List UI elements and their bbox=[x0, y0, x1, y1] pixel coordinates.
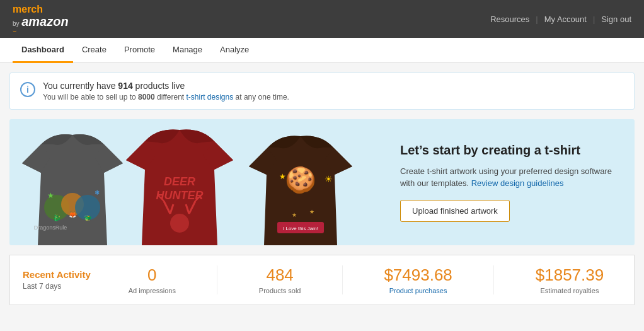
hero-section: 🐉 🦊 🐲 ★ ❄ DragonsRule DEER HUNTER bbox=[9, 119, 635, 245]
stat-divider-2 bbox=[342, 265, 343, 294]
info-main-text: You currently have 914 products live bbox=[43, 81, 289, 91]
svg-text:DEER: DEER bbox=[164, 175, 195, 188]
estimated-royalties-label: Estimated royalties bbox=[536, 287, 604, 294]
estimated-royalties-value: $1857.39 bbox=[536, 265, 604, 285]
svg-point-19 bbox=[170, 214, 189, 233]
svg-text:I Love this Jam!: I Love this Jam! bbox=[283, 226, 318, 231]
stat-products-sold: 484 Products sold bbox=[259, 265, 301, 294]
svg-text:☀: ☀ bbox=[325, 174, 333, 184]
logo-amazon: amazon bbox=[21, 15, 68, 28]
product-count: 914 bbox=[118, 81, 132, 91]
stat-ad-impressions: 0 Ad impressions bbox=[129, 265, 176, 294]
nav-item-dashboard[interactable]: Dashboard bbox=[13, 38, 73, 63]
ad-impressions-label: Ad impressions bbox=[129, 287, 176, 294]
products-sold-label: Products sold bbox=[259, 287, 301, 294]
svg-text:🦊: 🦊 bbox=[69, 211, 77, 219]
logo-merch: merch bbox=[13, 4, 69, 15]
hero-desc: Create t-shirt artwork using your prefer… bbox=[400, 165, 616, 190]
logo: merch by amazon ⌣ bbox=[13, 4, 69, 35]
logo-by: by bbox=[13, 20, 20, 27]
divider1: | bbox=[536, 15, 538, 24]
svg-text:🐉: 🐉 bbox=[53, 214, 61, 222]
hero-cta: Let’s start by creating a t-shirt Create… bbox=[381, 119, 635, 245]
signout-link[interactable]: Sign out bbox=[601, 15, 631, 24]
activity-title: Recent Activity bbox=[23, 269, 111, 280]
svg-text:❄: ❄ bbox=[95, 189, 100, 196]
svg-text:★: ★ bbox=[292, 212, 297, 218]
activity-subtitle: Last 7 days bbox=[23, 282, 111, 291]
resources-link[interactable]: Resources bbox=[490, 15, 529, 24]
info-icon: i bbox=[20, 82, 35, 97]
svg-text:🍪: 🍪 bbox=[285, 165, 316, 195]
shirts-image: 🐉 🦊 🐲 ★ ❄ DragonsRule DEER HUNTER bbox=[9, 119, 381, 245]
svg-text:DragonsRule: DragonsRule bbox=[34, 224, 67, 231]
nav-item-create[interactable]: Create bbox=[73, 38, 115, 63]
stat-estimated-royalties: $1857.39 Estimated royalties bbox=[536, 265, 604, 294]
svg-text:★: ★ bbox=[47, 191, 54, 200]
svg-text:★: ★ bbox=[279, 172, 286, 181]
header-nav: Resources | My Account | Sign out bbox=[490, 15, 631, 24]
activity-bar: Recent Activity Last 7 days 0 Ad impress… bbox=[9, 255, 635, 305]
svg-text:🐲: 🐲 bbox=[84, 214, 92, 222]
upload-artwork-button[interactable]: Upload finished artwork bbox=[400, 200, 510, 222]
account-link[interactable]: My Account bbox=[544, 15, 587, 24]
products-sold-value: 484 bbox=[259, 265, 301, 285]
info-banner: i You currently have 914 products live Y… bbox=[9, 73, 635, 110]
main-nav: Dashboard Create Promote Manage Analyze bbox=[0, 38, 644, 63]
tshirt-designs-link[interactable]: t-shirt designs bbox=[187, 93, 234, 102]
stat-product-purchases: $7493.68 Product purchases bbox=[384, 265, 452, 294]
product-purchases-label[interactable]: Product purchases bbox=[384, 287, 452, 294]
stat-divider-1 bbox=[217, 265, 217, 294]
ad-impressions-value: 0 bbox=[129, 265, 176, 285]
activity-label: Recent Activity Last 7 days bbox=[23, 269, 111, 291]
nav-item-manage[interactable]: Manage bbox=[164, 38, 211, 63]
stat-divider-3 bbox=[493, 265, 494, 294]
divider2: | bbox=[593, 15, 595, 24]
hero-title: Let’s start by creating a t-shirt bbox=[400, 143, 616, 158]
product-purchases-value: $7493.68 bbox=[384, 265, 452, 285]
activity-stats: 0 Ad impressions 484 Products sold $7493… bbox=[111, 265, 621, 294]
review-guidelines-link[interactable]: Review design guidelines bbox=[471, 178, 564, 188]
nav-item-promote[interactable]: Promote bbox=[115, 38, 164, 63]
info-text: You currently have 914 products live You… bbox=[43, 81, 289, 102]
svg-text:★: ★ bbox=[309, 209, 314, 215]
info-sub-text: You will be able to sell up to 8000 diff… bbox=[43, 93, 289, 102]
nav-item-analyze[interactable]: Analyze bbox=[211, 38, 258, 63]
logo-smile: ⌣ bbox=[13, 27, 69, 34]
header: merch by amazon ⌣ Resources | My Account… bbox=[0, 0, 644, 38]
